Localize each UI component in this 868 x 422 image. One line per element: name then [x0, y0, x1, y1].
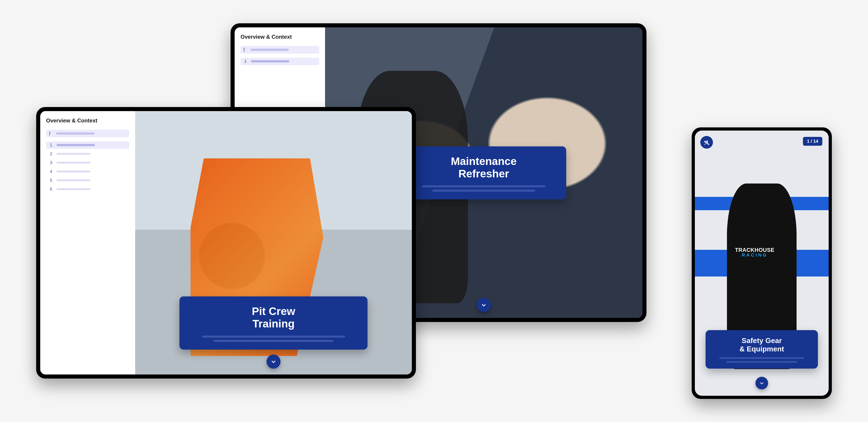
sidebar-footer — [46, 365, 129, 368]
nav-item-number: 6 — [49, 187, 53, 192]
nav-item-number: 3 — [49, 161, 53, 165]
skeleton-line — [719, 357, 804, 359]
nav-item-number: 1 — [244, 59, 247, 64]
skeleton-line — [214, 340, 333, 342]
content-hero: Pit Crew Training — [135, 111, 412, 374]
course-title: Maintenance Refresher — [412, 155, 555, 180]
list-icon — [244, 48, 247, 52]
tablet-front-device: Overview & Context 1 2 3 — [36, 107, 416, 378]
shirt-text-bottom: RACING — [735, 253, 774, 257]
list-icon — [49, 132, 53, 135]
course-title: Safety Gear & Equipment — [712, 336, 811, 353]
skeleton-line — [57, 179, 90, 181]
course-subtitle-skeleton — [712, 357, 811, 363]
tools-icon — [704, 139, 710, 145]
course-title-card: Safety Gear & Equipment — [706, 330, 818, 369]
sidebar-section-header[interactable] — [46, 130, 129, 137]
sidebar-title: Overview & Context — [241, 34, 319, 40]
skeleton-line — [57, 144, 95, 146]
course-subtitle-skeleton — [412, 185, 555, 192]
nav-item-6[interactable]: 6 — [46, 186, 129, 193]
course-title-line1: Maintenance — [451, 155, 517, 167]
phone-device: TRACKHOUSE RACING 1 / 14 Safety Gear & E… — [692, 128, 832, 399]
course-title-card: Maintenance Refresher — [401, 146, 566, 199]
skeleton-line — [251, 60, 289, 62]
course-title-line1: Pit Crew — [252, 305, 295, 317]
page-indicator: 1 / 14 — [803, 137, 822, 146]
course-subtitle-skeleton — [190, 336, 357, 342]
sidebar-section-header[interactable] — [241, 46, 319, 54]
skeleton-line — [57, 153, 90, 155]
course-title-line2: Refresher — [458, 168, 509, 180]
chevron-down-icon — [759, 381, 764, 386]
nav-item-3[interactable]: 3 — [46, 159, 129, 167]
course-title-line2: & Equipment — [739, 345, 784, 353]
nav-item-1[interactable]: 1 — [46, 141, 129, 149]
skeleton-line — [422, 185, 545, 187]
chevron-down-icon — [481, 302, 487, 308]
sidebar-title: Overview & Context — [46, 117, 129, 124]
skeleton-line — [57, 162, 90, 164]
nav-item-2[interactable]: 2 — [46, 150, 129, 158]
course-title-line1: Safety Gear — [742, 336, 782, 345]
skeleton-line — [57, 188, 90, 190]
scroll-down-button[interactable] — [755, 377, 768, 389]
nav-item-number: 5 — [49, 178, 53, 183]
shirt-text-top: TRACKHOUSE — [735, 247, 774, 253]
tablet-front-screen: Overview & Context 1 2 3 — [40, 111, 412, 374]
phone-screen: TRACKHOUSE RACING 1 / 14 Safety Gear & E… — [695, 131, 829, 396]
skeleton-line — [432, 190, 535, 192]
nav-item-number: 2 — [49, 151, 53, 157]
sidebar: Overview & Context 1 2 3 — [40, 111, 135, 374]
shirt-graphic-text: TRACKHOUSE RACING — [735, 247, 774, 257]
course-title: Pit Crew Training — [190, 305, 357, 330]
skeleton-line — [202, 336, 345, 338]
scroll-down-button[interactable] — [477, 298, 491, 312]
skeleton-line — [726, 361, 798, 363]
nav-item-5[interactable]: 5 — [46, 177, 129, 184]
nav-item-1[interactable]: 1 — [241, 58, 319, 65]
nav-item-number: 4 — [49, 169, 53, 174]
chevron-down-icon — [271, 359, 276, 365]
skeleton-line — [57, 171, 90, 172]
skeleton-line — [250, 49, 289, 51]
nav-item-4[interactable]: 4 — [46, 168, 129, 175]
skeleton-line — [56, 132, 94, 135]
nav-item-number: 1 — [49, 143, 53, 147]
course-title-line2: Training — [252, 318, 295, 330]
tools-icon-badge — [700, 136, 713, 149]
course-title-card: Pit Crew Training — [180, 297, 368, 349]
scroll-down-button[interactable] — [267, 355, 281, 369]
